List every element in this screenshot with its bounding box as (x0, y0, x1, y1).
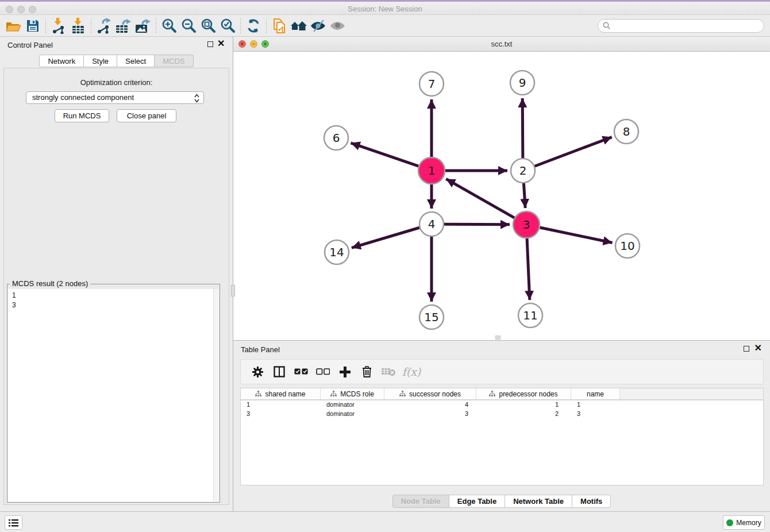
graph-node-3[interactable]: 3 (513, 211, 540, 238)
export-table-button[interactable] (114, 17, 133, 34)
tab-edge-table[interactable]: Edge Table (449, 495, 505, 508)
memory-button[interactable]: Memory (723, 515, 765, 530)
column-header-name[interactable]: name (571, 388, 620, 399)
graph-node-4[interactable]: 4 (419, 212, 444, 236)
graph-edge-3-1[interactable] (446, 179, 514, 218)
graph-node-1[interactable]: 1 (418, 157, 445, 184)
zoom-fit-icon (201, 18, 216, 33)
graph-node-8[interactable]: 8 (614, 119, 638, 144)
graph-node-15[interactable]: 15 (419, 305, 444, 329)
graph-edge-3-11[interactable] (527, 238, 530, 300)
app-titlebar: Session: New Session (0, 0, 770, 15)
import-table-button[interactable] (68, 17, 88, 34)
mcds-result-text[interactable]: 1 3 (8, 289, 219, 502)
main-toolbar (0, 15, 770, 37)
graph-node-11[interactable]: 11 (518, 303, 542, 327)
graph-node-label: 7 (428, 77, 436, 91)
zoom-selected-icon (220, 18, 236, 33)
deselect-all-button[interactable] (312, 363, 334, 381)
duplicate-network-button[interactable] (270, 17, 289, 34)
zoom-fit-button[interactable] (198, 17, 218, 34)
column-header-predecessor-nodes[interactable]: predecessor nodes (476, 388, 571, 399)
graph-node-6[interactable]: 6 (324, 126, 348, 150)
export-table-icon (115, 18, 132, 34)
optimization-criterion-select[interactable]: strongly connected component (26, 91, 204, 104)
table-tabs: Node Table Edge Table Network Table Moti… (233, 495, 770, 508)
task-history-button[interactable] (5, 515, 22, 530)
float-table-panel-icon[interactable] (744, 346, 749, 352)
tab-network[interactable]: Network (39, 55, 84, 67)
close-panel-icon[interactable]: ✕ (217, 39, 225, 48)
graph-edge-2-3[interactable] (523, 183, 525, 208)
table-row[interactable]: 3 dominator 3 2 3 (241, 410, 763, 419)
table-settings-button[interactable] (247, 363, 268, 381)
tab-select[interactable]: Select (117, 55, 155, 67)
run-mcds-button[interactable]: Run MCDS (55, 109, 109, 122)
close-panel-button[interactable]: Close panel (117, 109, 176, 122)
hide-details-icon (310, 20, 327, 32)
graph-edge-2-8[interactable] (535, 137, 612, 167)
zoom-in-button[interactable] (159, 17, 179, 34)
add-column-button[interactable] (334, 363, 356, 381)
export-network-icon (96, 18, 112, 34)
refresh-layout-button[interactable] (244, 17, 263, 34)
graph-node-label: 4 (428, 217, 436, 231)
graph-node-2[interactable]: 2 (511, 159, 535, 183)
export-network-button[interactable] (94, 17, 114, 34)
column-header-mcds-role[interactable]: MCDS role (321, 388, 384, 399)
session-title: Session: New Session (0, 5, 770, 13)
delete-column-icon (362, 366, 372, 377)
show-details-button[interactable] (328, 17, 348, 34)
delete-table-button[interactable] (378, 363, 399, 381)
splitter-handle[interactable] (495, 336, 500, 340)
graph-edge-1-6[interactable] (351, 143, 419, 166)
import-table-icon (71, 18, 86, 34)
graph-edge-4-3[interactable] (444, 224, 510, 225)
tab-network-table[interactable]: Network Table (505, 495, 572, 508)
import-network-button[interactable] (49, 17, 68, 34)
select-all-button[interactable] (290, 363, 312, 381)
optimization-criterion-value: strongly connected component (32, 93, 134, 102)
tab-node-table[interactable]: Node Table (392, 495, 449, 508)
graph-node-10[interactable]: 10 (615, 234, 640, 258)
export-image-button[interactable] (133, 17, 153, 34)
toolbar-separator (156, 18, 156, 33)
table-row[interactable]: 1 dominator 4 1 1 (241, 400, 763, 410)
network-canvas[interactable]: 7968124314101511 (233, 52, 770, 340)
graph-node-7[interactable]: 7 (419, 72, 444, 96)
column-header-shared-name[interactable]: shared name (241, 388, 321, 399)
apply-function-button[interactable]: f(x) (399, 363, 421, 381)
network-graph[interactable]: 7968124314101511 (233, 52, 770, 340)
zoom-selected-button[interactable] (218, 17, 237, 34)
home-icon (290, 19, 307, 33)
save-session-button[interactable] (23, 17, 43, 34)
graph-edge-2-9[interactable] (522, 98, 523, 158)
hide-details-button[interactable] (309, 17, 328, 34)
graph-node-9[interactable]: 9 (510, 71, 534, 95)
node-table: shared name MCDS role successor nodes pr… (240, 388, 764, 485)
graph-node-14[interactable]: 14 (325, 240, 349, 264)
status-bar: Memory (0, 511, 770, 532)
splitter-handle[interactable] (231, 285, 235, 296)
search-input[interactable] (598, 19, 764, 33)
zoom-out-button[interactable] (179, 17, 198, 34)
result-line: 1 (12, 291, 219, 300)
toolbar-separator (240, 18, 241, 33)
column-header-successor-nodes[interactable]: successor nodes (384, 388, 476, 399)
graph-edge-4-14[interactable] (352, 228, 419, 248)
split-columns-button[interactable] (268, 363, 290, 381)
open-session-button[interactable] (3, 17, 23, 34)
float-panel-icon[interactable] (207, 41, 213, 47)
tab-motifs[interactable]: Motifs (572, 495, 611, 508)
graph-edge-3-10[interactable] (540, 228, 612, 243)
delete-column-button[interactable] (356, 363, 378, 381)
tab-mcds[interactable]: MCDS (155, 55, 193, 67)
network-window-titlebar[interactable]: × − + scc.txt (233, 37, 770, 52)
search-box (598, 19, 764, 33)
close-table-panel-icon[interactable]: ✕ (754, 344, 762, 353)
toolbar-separator (45, 18, 46, 33)
export-image-icon (134, 18, 152, 34)
home-button[interactable] (289, 17, 309, 34)
tab-style[interactable]: Style (84, 55, 117, 67)
result-scrollbar[interactable] (213, 289, 219, 502)
